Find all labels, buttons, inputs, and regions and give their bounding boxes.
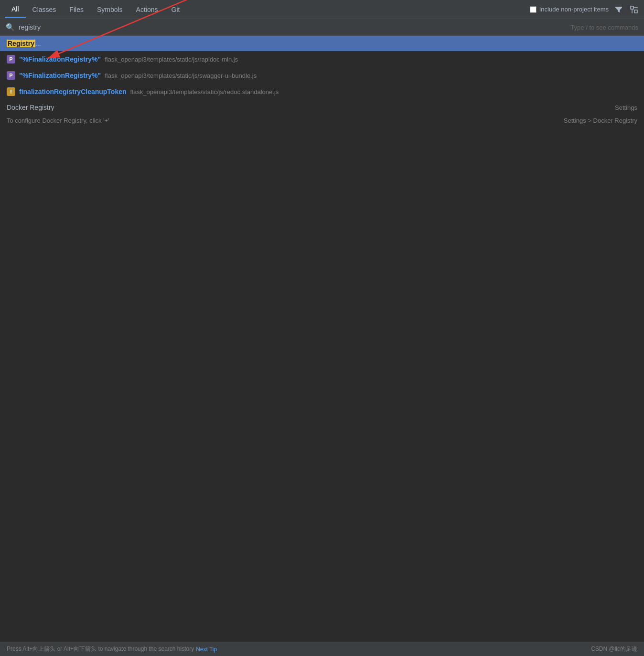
result-name-2: "%FinalizationRegistry%" [19, 72, 101, 79]
result-registry-selected[interactable]: Registry... [0, 36, 644, 51]
search-query[interactable]: registry [19, 23, 570, 31]
result-finalization-registry-1[interactable]: P "%FinalizationRegistry%" flask_openapi… [0, 51, 644, 67]
docker-registry-sub-label: To configure Docker Registry, click '+' [7, 117, 109, 124]
search-hint: Type / to see commands [570, 24, 638, 31]
result-name-3: finalizationRegistryCleanupToken [19, 88, 127, 95]
include-checkbox-label[interactable]: Include non-project items [530, 6, 609, 13]
docker-registry-section-label: Settings [615, 104, 637, 111]
include-checkbox-input[interactable] [530, 6, 537, 13]
result-file-3: flask_openapi3/templates/static/js/redoc… [130, 88, 279, 95]
result-finalization-registry-2[interactable]: P "%FinalizationRegistry%" flask_openapi… [0, 67, 644, 84]
result-name-1: "%FinalizationRegistry%" [19, 55, 101, 63]
docker-registry-section: Docker Registry Settings [0, 100, 644, 115]
result-name-2-text: "%FinalizationRegistry%" [19, 72, 101, 79]
tab-classes[interactable]: Classes [26, 2, 63, 17]
docker-registry-sub: To configure Docker Registry, click '+' … [0, 115, 644, 128]
bottom-bar: Press Alt+向上箭头 or Alt+向下箭头 to navigate t… [0, 642, 644, 656]
docker-registry-sub-right: Settings > Docker Registry [564, 117, 637, 124]
badge-1: P [7, 55, 15, 63]
expand-icon[interactable] [629, 4, 639, 15]
tab-bar: All Classes Files Symbols Actions Git In… [0, 0, 644, 19]
include-label: Include non-project items [539, 6, 609, 13]
badge-3: f [7, 87, 15, 96]
result-name-highlight: Registry [7, 40, 35, 47]
badge-2: P [7, 71, 15, 80]
tab-right-controls: Include non-project items [530, 4, 639, 15]
docker-registry-label: Docker Registry [7, 104, 54, 111]
search-icon: 🔍 [6, 23, 15, 32]
result-finalization-registry-cleanup[interactable]: f finalizationRegistryCleanupToken flask… [0, 84, 644, 100]
tab-git[interactable]: Git [165, 2, 187, 17]
result-name-1-text: "%FinalizationRegistry%" [19, 55, 101, 63]
bottom-left: Press Alt+向上箭头 or Alt+向下箭头 to navigate t… [7, 645, 217, 653]
tab-all[interactable]: All [5, 1, 26, 18]
bottom-right-text: CSDN @llc的足迹 [591, 645, 637, 653]
next-tip-link[interactable]: Next Tip [196, 646, 217, 653]
result-file-2: flask_openapi3/templates/static/js/swagg… [105, 72, 257, 79]
svg-rect-1 [634, 10, 637, 13]
result-name-rest: ... [35, 40, 41, 47]
results-list: Registry... P "%FinalizationRegistry%" f… [0, 36, 644, 642]
result-file-1: flask_openapi3/templates/static/js/rapid… [105, 56, 238, 63]
tab-files[interactable]: Files [63, 2, 90, 17]
bottom-left-text: Press Alt+向上箭头 or Alt+向下箭头 to navigate t… [7, 645, 194, 653]
svg-rect-0 [631, 6, 633, 9]
tab-actions[interactable]: Actions [129, 2, 165, 17]
filter-icon[interactable] [613, 4, 624, 15]
result-name-3-text: finalizationRegistryCleanupToken [19, 88, 127, 95]
tab-symbols[interactable]: Symbols [90, 2, 129, 17]
search-bar: 🔍 registry Type / to see commands [0, 19, 644, 36]
